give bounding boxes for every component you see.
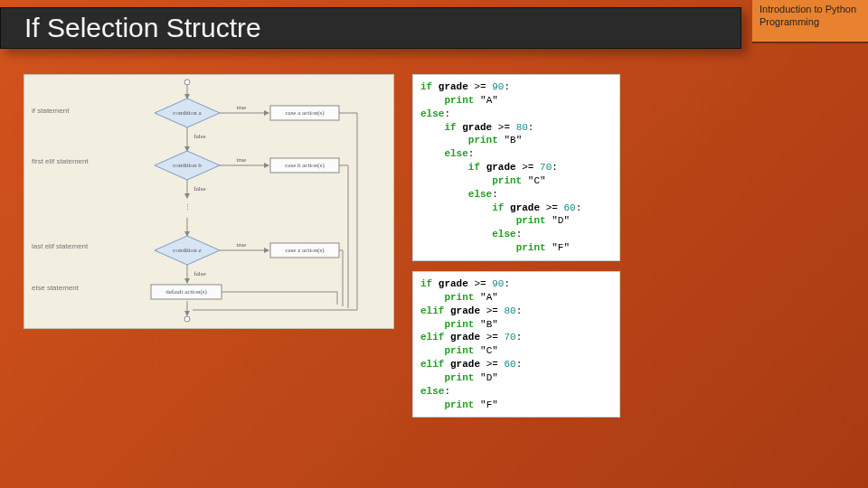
label-if: if statement <box>32 108 69 116</box>
title-bar: If Selection Structre <box>0 7 741 49</box>
slide-title: If Selection Structre <box>24 13 261 43</box>
svg-text:true: true <box>237 104 247 111</box>
svg-point-10 <box>184 316 190 322</box>
svg-point-9 <box>184 80 190 85</box>
svg-text:false: false <box>193 185 205 192</box>
svg-text:case b action(s): case b action(s) <box>285 162 325 169</box>
course-label: Introduction to Python Programming <box>752 0 868 43</box>
svg-text:case z action(s): case z action(s) <box>285 247 325 254</box>
svg-text:condition z: condition z <box>173 247 201 254</box>
svg-text:true: true <box>237 241 247 249</box>
svg-text:true: true <box>237 156 247 164</box>
flowchart-svg: condition a condition b condition z case… <box>24 75 393 328</box>
svg-text:⋮: ⋮ <box>184 203 191 211</box>
label-last-elif: last elif statement <box>32 243 88 251</box>
svg-text:condition b: condition b <box>173 162 202 169</box>
label-else: else statement <box>32 285 79 293</box>
label-first-elif: first elif statement <box>32 158 89 166</box>
code-nested: if grade >= 90: print "A" else: if grade… <box>412 74 620 261</box>
flowchart: condition a condition b condition z case… <box>24 74 394 329</box>
svg-text:false: false <box>193 270 205 277</box>
svg-text:case a action(s): case a action(s) <box>285 109 325 117</box>
code-elif: if grade >= 90: print "A" elif grade >= … <box>412 271 620 418</box>
svg-text:condition a: condition a <box>173 109 202 117</box>
svg-text:false: false <box>193 133 205 140</box>
svg-text:default action(s): default action(s) <box>165 288 207 296</box>
